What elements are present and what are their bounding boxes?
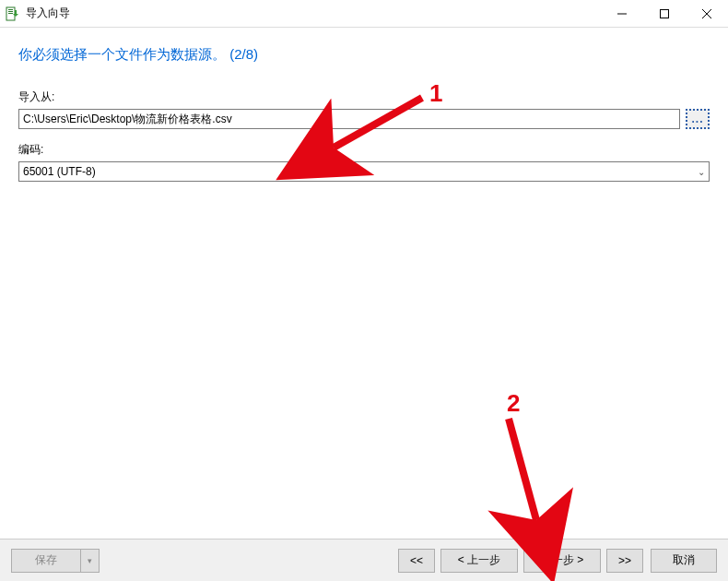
wizard-heading: 你必须选择一个文件作为数据源。 (2/8) xyxy=(18,46,710,64)
prev-button[interactable]: < 上一步 xyxy=(440,549,518,573)
svg-rect-1 xyxy=(8,9,13,10)
close-button[interactable] xyxy=(686,0,728,28)
import-from-input[interactable] xyxy=(18,109,680,129)
encoding-select[interactable]: 65001 (UTF-8) ⌄ xyxy=(18,161,710,182)
annotation-label-1: 1 xyxy=(429,79,442,108)
titlebar: 导入向导 xyxy=(0,0,728,28)
maximize-button[interactable] xyxy=(643,0,686,28)
last-button[interactable]: >> xyxy=(606,549,643,573)
svg-rect-2 xyxy=(8,11,13,12)
svg-rect-3 xyxy=(8,13,13,14)
svg-rect-5 xyxy=(15,10,17,15)
minimize-button[interactable] xyxy=(601,0,643,28)
annotation-label-2: 2 xyxy=(507,389,520,418)
app-icon xyxy=(6,6,20,21)
encoding-label: 编码: xyxy=(18,142,710,158)
save-dropdown-button[interactable]: ▾ xyxy=(81,549,100,573)
first-button[interactable]: << xyxy=(398,549,435,573)
import-from-label: 导入从: xyxy=(18,89,710,105)
cancel-button[interactable]: 取消 xyxy=(651,549,717,573)
next-button[interactable]: 下一步 > xyxy=(523,549,601,573)
encoding-value: 65001 (UTF-8) xyxy=(23,165,96,178)
browse-button[interactable]: ... xyxy=(686,109,710,129)
svg-rect-7 xyxy=(661,9,669,18)
wizard-content: 你必须选择一个文件作为数据源。 (2/8) 导入从: ... 编码: 65001… xyxy=(0,28,728,539)
save-button[interactable]: 保存 xyxy=(11,549,81,573)
wizard-footer: 保存 ▾ << < 上一步 下一步 > >> 取消 xyxy=(0,539,728,581)
chevron-down-icon: ▾ xyxy=(88,556,92,565)
chevron-down-icon: ⌄ xyxy=(698,167,705,177)
window-title: 导入向导 xyxy=(26,6,70,21)
